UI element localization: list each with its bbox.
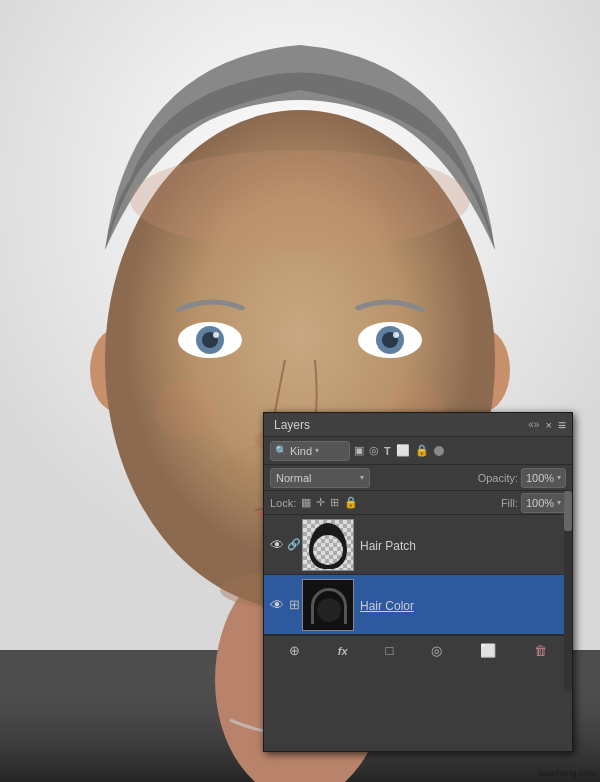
layers-list: 👁 🔗 Hair Patch 👁 ⊞ Hair Color [264, 515, 572, 635]
opacity-label: Opacity: [478, 472, 518, 484]
color-filter-dot[interactable] [434, 446, 444, 456]
pixel-filter-icon[interactable]: ▣ [354, 444, 364, 457]
opacity-section: Opacity: 100% ▾ [478, 468, 566, 488]
link-layers-button[interactable]: ⊕ [289, 643, 300, 658]
move-lock-icon[interactable]: ✛ [316, 496, 325, 509]
panel-menu-button[interactable]: ≡ [558, 417, 566, 433]
kind-dropdown-arrow: ▾ [315, 446, 319, 455]
opacity-value-text: 100% [526, 472, 554, 484]
lock-label: Lock: [270, 497, 296, 509]
visibility-eye-hair-patch[interactable]: 👁 [268, 537, 286, 553]
checkerboard-lock-icon[interactable]: ▦ [301, 496, 311, 509]
haircolor-inner [317, 598, 341, 622]
chain-icon-hair-color[interactable]: ⊞ [286, 597, 302, 612]
fill-dropdown-arrow: ▾ [557, 498, 561, 507]
hairpatch-inner [313, 535, 343, 565]
chain-icon-hair-patch[interactable]: 🔗 [286, 538, 302, 551]
panel-titlebar: Layers «» × ≡ [264, 413, 572, 437]
layer-row-hair-patch[interactable]: 👁 🔗 Hair Patch [264, 515, 572, 575]
blend-mode-value: Normal [276, 472, 311, 484]
fill-value-text: 100% [526, 497, 554, 509]
blend-opacity-row: Normal ▾ Opacity: 100% ▾ [264, 465, 572, 491]
fill-label: Fill: [501, 497, 518, 509]
scrollbar-thumb[interactable] [564, 491, 572, 531]
shape-filter-icon[interactable]: ⬜ [396, 444, 410, 457]
kind-label: Kind [290, 445, 312, 457]
svg-point-21 [155, 380, 215, 440]
panel-scrollbar[interactable] [564, 491, 572, 691]
visibility-eye-hair-color[interactable]: 👁 [268, 597, 286, 613]
smart-filter-icon[interactable]: 🔒 [415, 444, 429, 457]
panel-title-icons: «» × ≡ [528, 417, 566, 433]
layer-row-hair-color[interactable]: 👁 ⊞ Hair Color [264, 575, 572, 635]
layer-name-hair-patch: Hair Patch [360, 539, 416, 553]
filter-icons-row: ▣ ◎ T ⬜ 🔒 [354, 444, 566, 457]
kind-dropdown[interactable]: 🔍 Kind ▾ [270, 441, 350, 461]
layers-tab-label[interactable]: Layers [270, 418, 314, 432]
watermark: jiaocheng.com [538, 768, 596, 778]
close-button[interactable]: × [545, 419, 551, 431]
double-arrow-icon[interactable]: «» [528, 419, 539, 430]
fill-section: Fill: 100% ▾ [501, 493, 566, 513]
shield-lock-icon[interactable]: 🔒 [344, 496, 358, 509]
blend-dropdown-arrow: ▾ [360, 473, 364, 482]
filter-row: 🔍 Kind ▾ ▣ ◎ T ⬜ 🔒 [264, 437, 572, 465]
svg-point-8 [130, 150, 470, 250]
thumbnail-hair-patch [302, 519, 354, 571]
create-group-button[interactable]: ⬜ [480, 643, 496, 658]
fx-button[interactable]: fx [338, 645, 348, 657]
add-adjustment-button[interactable]: ◎ [431, 643, 442, 658]
fill-input[interactable]: 100% ▾ [521, 493, 566, 513]
type-filter-icon[interactable]: T [384, 445, 391, 457]
adjustment-filter-icon[interactable]: ◎ [369, 444, 379, 457]
add-mask-button[interactable]: □ [386, 643, 394, 658]
opacity-input[interactable]: 100% ▾ [521, 468, 566, 488]
layers-panel: Layers «» × ≡ 🔍 Kind ▾ ▣ ◎ T ⬜ 🔒 Normal … [263, 412, 573, 752]
layer-name-area-hair-color: Hair Color [354, 596, 568, 614]
lock-fill-row: Lock: ▦ ✛ ⊞ 🔒 Fill: 100% ▾ [264, 491, 572, 515]
thumbnail-hair-color [302, 579, 354, 631]
delete-layer-button[interactable]: 🗑 [534, 643, 547, 658]
panel-title-left: Layers [270, 418, 314, 432]
svg-point-16 [393, 332, 399, 338]
svg-point-12 [213, 332, 219, 338]
blend-mode-dropdown[interactable]: Normal ▾ [270, 468, 370, 488]
opacity-dropdown-arrow: ▾ [557, 473, 561, 482]
artboard-lock-icon[interactable]: ⊞ [330, 496, 339, 509]
panel-bottom-toolbar: ⊕ fx □ ◎ ⬜ 🗑 [264, 635, 572, 665]
search-icon: 🔍 [275, 445, 287, 456]
layer-name-area-hair-patch: Hair Patch [354, 536, 568, 554]
layer-name-hair-color: Hair Color [360, 599, 414, 613]
